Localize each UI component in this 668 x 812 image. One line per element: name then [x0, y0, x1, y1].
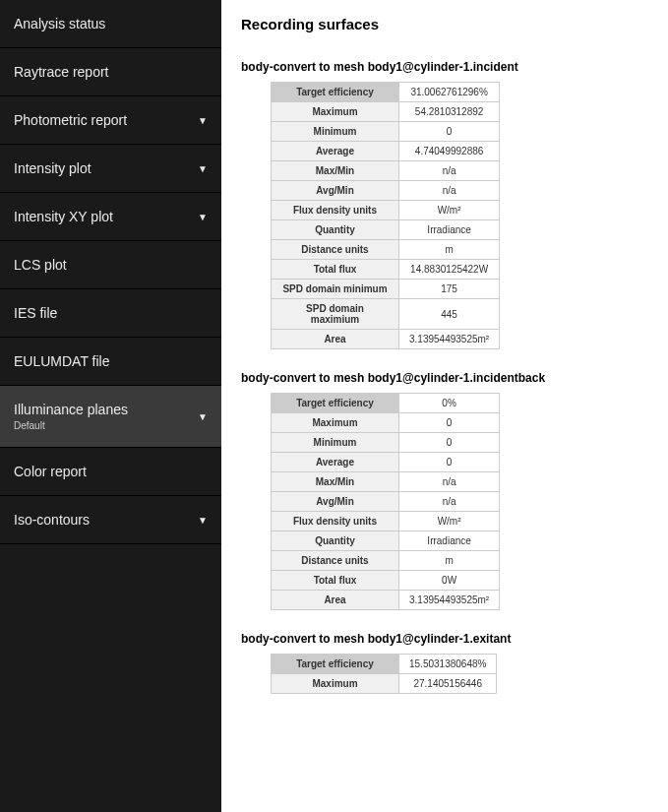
- table-row-label: Max/Min: [272, 161, 399, 181]
- chevron-down-icon: ▼: [198, 163, 208, 174]
- table-row-value: 0: [399, 433, 500, 453]
- nav-item-eulumdat-file[interactable]: EULUMDAT file: [0, 338, 221, 386]
- table-row-value: 4.74049992886: [399, 142, 500, 161]
- table-row: Target efficiency15.5031380648%: [272, 655, 497, 674]
- table-row: Minimum0: [272, 122, 500, 142]
- chevron-down-icon: ▼: [198, 115, 208, 126]
- nav-item-analysis-status[interactable]: Analysis status: [0, 0, 221, 48]
- table-row: Flux density unitsW/m²: [272, 201, 500, 220]
- table-row-label: Area: [272, 330, 399, 349]
- section-title: body-convert to mesh body1@cylinder-1.in…: [241, 60, 648, 74]
- data-table: Target efficiency15.5031380648%Maximum27…: [271, 654, 497, 694]
- table-row: Maximum27.1405156446: [272, 674, 497, 694]
- table-row-value: n/a: [399, 161, 500, 181]
- table-row-value: 0: [399, 413, 500, 433]
- table-row: Avg/Minn/a: [272, 181, 500, 201]
- table-row-label: Maximum: [272, 413, 399, 433]
- table-row-value: n/a: [399, 181, 500, 201]
- table-row: QuantityIrradiance: [272, 531, 500, 551]
- sidebar: Analysis statusRaytrace reportPhotometri…: [0, 0, 221, 812]
- nav-item-raytrace-report[interactable]: Raytrace report: [0, 48, 221, 96]
- table-row: Distance unitsm: [272, 551, 500, 571]
- table-row: SPD domain minimum175: [272, 280, 500, 299]
- nav-item-label: Color report: [14, 464, 87, 479]
- table-row-value: W/m²: [399, 201, 500, 220]
- nav-item-label: LCS plot: [14, 257, 67, 273]
- table-row-value: W/m²: [399, 512, 500, 531]
- table-row-label: Target efficiency: [272, 394, 399, 413]
- table-row-label: Maximum: [272, 674, 399, 694]
- table-row: Maximum54.2810312892: [272, 102, 500, 122]
- table-row-label: Area: [272, 591, 399, 610]
- table-row-label: Target efficiency: [272, 83, 399, 102]
- table-row-value: 15.5031380648%: [399, 655, 497, 674]
- table-row-label: Target efficiency: [272, 655, 399, 674]
- table-row-label: Total flux: [272, 571, 399, 591]
- nav-item-label: Intensity plot: [14, 160, 91, 176]
- table-row-label: Max/Min: [272, 472, 399, 492]
- table-row-value: 175: [399, 280, 500, 299]
- table-row: Total flux14.8830125422W: [272, 260, 500, 280]
- table-row: Max/Minn/a: [272, 161, 500, 181]
- nav-item-photometric-report[interactable]: Photometric report▼: [0, 96, 221, 145]
- table-row: Area3.13954493525m²: [272, 330, 500, 349]
- section-title: body-convert to mesh body1@cylinder-1.ex…: [241, 632, 648, 646]
- table-row-label: Minimum: [272, 122, 399, 142]
- table-row-label: Flux density units: [272, 512, 399, 531]
- table-row-label: Minimum: [272, 433, 399, 453]
- table-row: Minimum0: [272, 433, 500, 453]
- table-row: Target efficiency0%: [272, 394, 500, 413]
- nav-item-label: IES file: [14, 305, 57, 321]
- table-row-label: Total flux: [272, 260, 399, 280]
- section-title: body-convert to mesh body1@cylinder-1.in…: [241, 371, 648, 385]
- chevron-down-icon: ▼: [198, 212, 208, 222]
- chevron-down-icon: ▼: [198, 515, 208, 526]
- nav-item-intensity-plot[interactable]: Intensity plot▼: [0, 145, 221, 193]
- table-row: Flux density unitsW/m²: [272, 512, 500, 531]
- nav-item-label: Iso-contours: [14, 512, 90, 528]
- table-row: Area3.13954493525m²: [272, 591, 500, 610]
- chevron-down-icon: ▼: [198, 411, 208, 422]
- data-table: Target efficiency0%Maximum0Minimum0Avera…: [271, 393, 500, 610]
- nav-item-label: EULUMDAT file: [14, 353, 110, 369]
- table-row-label: Average: [272, 142, 399, 161]
- table-row: Average0: [272, 453, 500, 472]
- table-row-value: 14.8830125422W: [399, 260, 500, 280]
- table-row-value: 3.13954493525m²: [399, 330, 500, 349]
- table-row-label: Maximum: [272, 102, 399, 122]
- table-row-value: Irradiance: [399, 220, 500, 240]
- table-row-label: SPD domain maximium: [272, 299, 399, 330]
- data-table: Target efficiency31.0062761296%Maximum54…: [271, 82, 500, 349]
- table-row-label: Avg/Min: [272, 492, 399, 512]
- table-row-value: m: [399, 551, 500, 571]
- table-row-value: 0: [399, 453, 500, 472]
- nav-item-intensity-xy-plot[interactable]: Intensity XY plot▼: [0, 193, 221, 241]
- main-content: Recording surfaces body-convert to mesh …: [221, 0, 668, 812]
- table-row-value: 0%: [399, 394, 500, 413]
- table-row-label: Flux density units: [272, 201, 399, 220]
- table-row: SPD domain maximium445: [272, 299, 500, 330]
- nav-item-label: Intensity XY plot: [14, 209, 113, 224]
- nav-item-label: Analysis status: [14, 16, 105, 31]
- table-row-value: 31.0062761296%: [399, 83, 500, 102]
- table-row: Maximum0: [272, 413, 500, 433]
- nav-item-illuminance-planes[interactable]: Illuminance planesDefault▼: [0, 386, 221, 448]
- table-row: Average4.74049992886: [272, 142, 500, 161]
- table-row-value: n/a: [399, 472, 500, 492]
- table-row-label: Distance units: [272, 240, 399, 260]
- nav-item-iso-contours[interactable]: Iso-contours▼: [0, 496, 221, 544]
- nav-item-sublabel: Default: [14, 420, 128, 431]
- table-row: Avg/Minn/a: [272, 492, 500, 512]
- nav-item-lcs-plot[interactable]: LCS plot: [0, 241, 221, 289]
- table-row: Total flux0W: [272, 571, 500, 591]
- table-row-value: 0: [399, 122, 500, 142]
- nav-item-color-report[interactable]: Color report: [0, 448, 221, 496]
- table-row-label: Distance units: [272, 551, 399, 571]
- nav-item-ies-file[interactable]: IES file: [0, 289, 221, 338]
- page-title: Recording surfaces: [241, 16, 648, 32]
- table-row-value: 3.13954493525m²: [399, 591, 500, 610]
- table-row-value: 27.1405156446: [399, 674, 497, 694]
- table-row: Max/Minn/a: [272, 472, 500, 492]
- table-row-value: n/a: [399, 492, 500, 512]
- table-row: Distance unitsm: [272, 240, 500, 260]
